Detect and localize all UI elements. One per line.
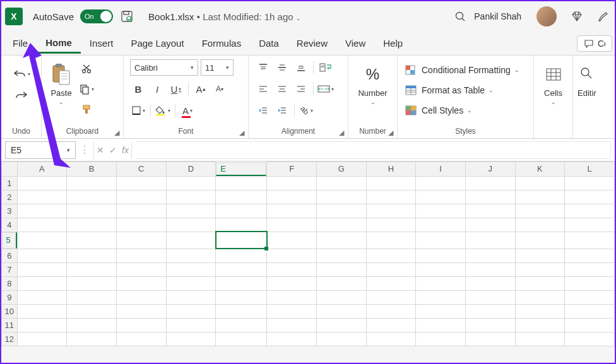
cell-L8[interactable] xyxy=(565,276,615,290)
cell-I8[interactable] xyxy=(416,276,466,290)
cell-E2[interactable] xyxy=(216,190,267,204)
cell-E7[interactable] xyxy=(216,262,267,276)
cell-D2[interactable] xyxy=(166,190,216,204)
cell-F1[interactable] xyxy=(267,176,317,190)
name-box[interactable]: E5 ▾ xyxy=(5,141,76,159)
cell-H2[interactable] xyxy=(366,190,416,204)
row-header-9[interactable]: 9 xyxy=(2,290,18,304)
cell-A1[interactable] xyxy=(17,176,67,190)
cell-I2[interactable] xyxy=(416,190,466,204)
cell-L11[interactable] xyxy=(565,318,615,332)
cell-I7[interactable] xyxy=(416,262,466,276)
cell-L10[interactable] xyxy=(565,304,615,318)
user-name[interactable]: Pankil Shah xyxy=(474,11,521,21)
cell-D6[interactable] xyxy=(166,249,216,262)
cell-G3[interactable] xyxy=(316,204,366,218)
cell-B3[interactable] xyxy=(67,204,117,218)
column-header-E[interactable]: E xyxy=(216,162,266,176)
cell-A12[interactable] xyxy=(17,332,67,346)
cell-E3[interactable] xyxy=(216,204,267,218)
increase-indent-button[interactable] xyxy=(274,102,290,119)
cell-J7[interactable] xyxy=(465,262,515,276)
cell-B7[interactable] xyxy=(67,262,117,276)
column-header-H[interactable]: H xyxy=(366,162,416,177)
cell-F3[interactable] xyxy=(267,204,317,218)
column-header-I[interactable]: I xyxy=(416,162,466,177)
editing-button[interactable]: Editing xyxy=(575,61,599,99)
row-header-10[interactable]: 10 xyxy=(2,304,18,318)
cell-D3[interactable] xyxy=(166,204,216,218)
search-icon[interactable] xyxy=(453,9,468,24)
cell-E1[interactable] xyxy=(216,176,267,190)
fill-color-button[interactable] xyxy=(155,102,171,119)
cell-C10[interactable] xyxy=(116,304,166,318)
cell-A3[interactable] xyxy=(17,204,67,218)
cell-J8[interactable] xyxy=(465,276,515,290)
cell-G4[interactable] xyxy=(316,218,366,232)
alignment-dialog-launcher[interactable]: ◢ xyxy=(339,129,344,137)
pen-draw-icon[interactable] xyxy=(596,9,611,24)
cell-C9[interactable] xyxy=(116,290,166,304)
cell-E9[interactable] xyxy=(216,290,267,304)
tab-home[interactable]: Home xyxy=(37,33,81,54)
tab-file[interactable]: File xyxy=(4,34,37,52)
cell-F9[interactable] xyxy=(267,290,317,304)
cell-D5[interactable] xyxy=(166,232,216,249)
tab-insert[interactable]: Insert xyxy=(81,34,122,52)
save-icon[interactable] xyxy=(119,9,134,24)
column-header-C[interactable]: C xyxy=(116,162,166,177)
row-header-3[interactable]: 3 xyxy=(2,204,18,218)
row-header-6[interactable]: 6 xyxy=(2,249,18,262)
cell-K4[interactable] xyxy=(515,218,565,232)
cell-E8[interactable] xyxy=(216,276,267,290)
cell-A10[interactable] xyxy=(17,304,67,318)
user-avatar[interactable] xyxy=(536,6,557,26)
cell-B12[interactable] xyxy=(67,332,117,346)
cell-G6[interactable] xyxy=(316,249,366,262)
row-header-12[interactable]: 12 xyxy=(2,332,18,346)
column-header-A[interactable]: A xyxy=(17,162,67,177)
autosave-toggle[interactable]: On xyxy=(80,9,113,23)
cell-G11[interactable] xyxy=(316,318,366,332)
wrap-text-button[interactable]: ab xyxy=(317,59,334,76)
cell-D9[interactable] xyxy=(166,290,216,304)
row-header-1[interactable]: 1 xyxy=(2,176,18,190)
column-header-K[interactable]: K xyxy=(515,162,565,177)
undo-button[interactable] xyxy=(9,66,34,82)
cell-I4[interactable] xyxy=(416,218,466,232)
cell-C11[interactable] xyxy=(116,318,166,332)
font-dialog-launcher[interactable]: ◢ xyxy=(239,129,244,137)
tab-page-layout[interactable]: Page Layout xyxy=(122,34,192,52)
cell-A8[interactable] xyxy=(17,276,67,290)
select-all-corner[interactable] xyxy=(2,162,18,177)
cell-E12[interactable] xyxy=(216,332,267,346)
cell-K12[interactable] xyxy=(515,332,565,346)
cell-L7[interactable] xyxy=(565,262,615,276)
cell-C4[interactable] xyxy=(116,218,166,232)
column-header-D[interactable]: D xyxy=(166,162,216,177)
cell-C2[interactable] xyxy=(116,190,166,204)
cell-G9[interactable] xyxy=(316,290,366,304)
cell-K11[interactable] xyxy=(515,318,565,332)
cell-I1[interactable] xyxy=(416,176,466,190)
cell-H12[interactable] xyxy=(366,332,416,346)
cell-I10[interactable] xyxy=(416,304,466,318)
column-header-B[interactable]: B xyxy=(67,162,117,177)
cell-D8[interactable] xyxy=(166,276,216,290)
cell-K1[interactable] xyxy=(515,176,565,190)
cell-A2[interactable] xyxy=(17,190,67,204)
cell-L9[interactable] xyxy=(565,290,615,304)
cell-E4[interactable] xyxy=(216,218,267,232)
cell-A7[interactable] xyxy=(17,262,67,276)
cell-F2[interactable] xyxy=(267,190,317,204)
cell-A9[interactable] xyxy=(17,290,67,304)
cell-C5[interactable] xyxy=(116,232,166,249)
formula-input[interactable] xyxy=(136,141,611,159)
cell-K9[interactable] xyxy=(515,290,565,304)
cell-C7[interactable] xyxy=(116,262,166,276)
borders-button[interactable] xyxy=(130,102,146,119)
cell-C1[interactable] xyxy=(116,176,166,190)
cell-L12[interactable] xyxy=(565,332,615,346)
cell-A5[interactable] xyxy=(17,232,67,249)
cell-G5[interactable] xyxy=(316,232,366,249)
